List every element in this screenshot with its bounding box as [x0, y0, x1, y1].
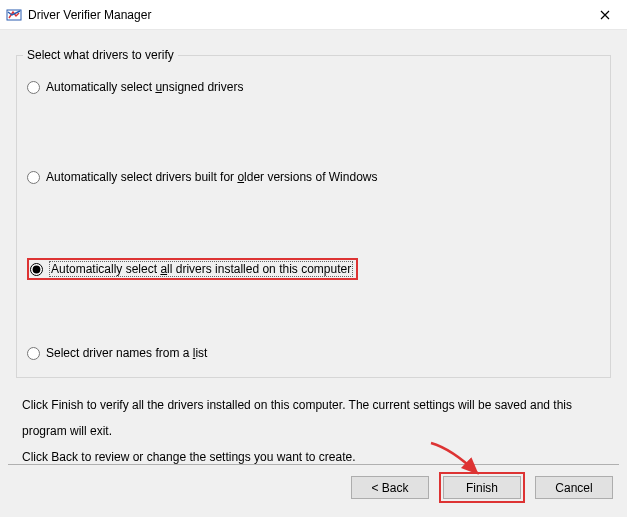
driver-select-group: Select what drivers to verify Automatica… [16, 48, 611, 378]
window-title: Driver Verifier Manager [28, 8, 582, 22]
separator [8, 464, 619, 465]
finish-button[interactable]: Finish [443, 476, 521, 499]
group-legend: Select what drivers to verify [23, 48, 178, 62]
instruction-line-1: Click Finish to verify all the drivers i… [22, 392, 609, 444]
back-button[interactable]: < Back [351, 476, 429, 499]
app-icon [6, 7, 22, 23]
titlebar: Driver Verifier Manager [0, 0, 627, 30]
radio-all-label: Automatically select all drivers install… [49, 261, 353, 277]
instruction-line-2: Click Back to review or change the setti… [22, 444, 609, 470]
radio-list-label: Select driver names from a list [46, 346, 207, 360]
cancel-button[interactable]: Cancel [535, 476, 613, 499]
instructions: Click Finish to verify all the drivers i… [22, 392, 609, 470]
radio-all-highlight: Automatically select all drivers install… [27, 258, 358, 280]
close-icon [600, 10, 610, 20]
radio-all[interactable]: Automatically select all drivers install… [27, 258, 358, 280]
radio-list-input[interactable] [27, 347, 40, 360]
button-row: < Back Finish Cancel [351, 472, 613, 503]
radio-all-input[interactable] [30, 263, 43, 276]
radio-older-input[interactable] [27, 171, 40, 184]
finish-highlight: Finish [439, 472, 525, 503]
radio-unsigned-label: Automatically select unsigned drivers [46, 80, 243, 94]
close-button[interactable] [582, 0, 627, 30]
radio-unsigned[interactable]: Automatically select unsigned drivers [27, 80, 243, 94]
radio-older-label: Automatically select drivers built for o… [46, 170, 377, 184]
client-area: Select what drivers to verify Automatica… [0, 30, 627, 517]
radio-unsigned-input[interactable] [27, 81, 40, 94]
radio-older[interactable]: Automatically select drivers built for o… [27, 170, 377, 184]
radio-list[interactable]: Select driver names from a list [27, 346, 207, 360]
